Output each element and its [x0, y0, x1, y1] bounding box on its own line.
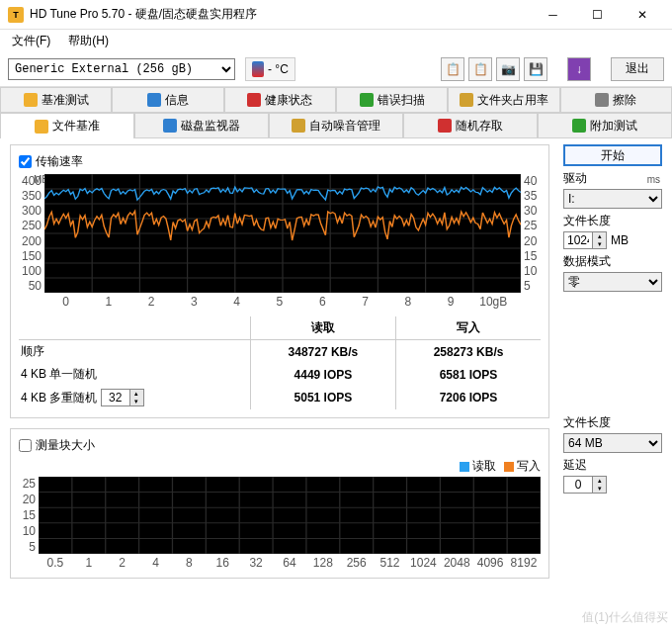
- file-length-spinner[interactable]: ▴▾: [563, 231, 607, 249]
- close-button[interactable]: ✕: [620, 1, 664, 29]
- delay-spinner[interactable]: ▴▾: [563, 476, 607, 494]
- tab-diskmonitor[interactable]: 磁盘监视器: [134, 113, 269, 138]
- file-icon: [35, 120, 48, 134]
- block-size-label: 测量块大小: [36, 437, 95, 454]
- transfer-rate-chart: 40035030025020015010050 403530252015105: [19, 174, 541, 293]
- transfer-rate-checkbox[interactable]: [19, 155, 32, 168]
- menu-file[interactable]: 文件(F): [8, 31, 54, 51]
- health-icon: [247, 93, 261, 107]
- tab-filebenchmark[interactable]: 文件基准: [0, 113, 134, 138]
- extra-icon: [572, 119, 586, 133]
- block-size-panel: 测量块大小 读取 写入 252015105 0.5124816326412825…: [10, 428, 549, 579]
- tab-benchmark[interactable]: 基准测试: [0, 87, 112, 113]
- spin-up-icon: ▴: [129, 390, 143, 398]
- app-icon: T: [8, 7, 24, 23]
- read-legend-icon: [460, 462, 469, 472]
- copy-text-button[interactable]: 📋: [441, 57, 464, 81]
- write-legend-icon: [504, 462, 514, 472]
- tab-health[interactable]: 健康状态: [224, 87, 336, 113]
- copy-info-button[interactable]: 📋: [468, 57, 492, 81]
- lightbulb-icon: [24, 93, 38, 107]
- drive-select[interactable]: Generic External (256 gB): [8, 58, 235, 80]
- monitor-icon: [163, 119, 177, 133]
- screenshot-button[interactable]: 📷: [496, 57, 520, 81]
- tab-extratests[interactable]: 附加测试: [538, 113, 672, 138]
- block-size-chart: 252015105: [19, 477, 541, 554]
- tab-errorscan[interactable]: 错误扫描: [336, 87, 448, 113]
- file-length-label: 文件长度: [563, 213, 662, 229]
- watermark: 值(1)什么值得买: [582, 609, 668, 626]
- tabs-row-2: 文件基准 磁盘监视器 自动噪音管理 随机存取 附加测试: [0, 113, 672, 138]
- tab-randomaccess[interactable]: 随机存取: [403, 113, 538, 138]
- maximize-button[interactable]: ☐: [575, 1, 620, 29]
- tab-aam[interactable]: 自动噪音管理: [269, 113, 403, 138]
- spin-down-icon: ▾: [129, 398, 143, 405]
- save-button[interactable]: 💾: [524, 57, 547, 81]
- block-size-checkbox[interactable]: [19, 439, 32, 452]
- menu-help[interactable]: 帮助(H): [64, 31, 113, 51]
- transfer-rate-panel: 传输速率 MB/s ms 40035030025020015010050 403…: [10, 144, 549, 418]
- folder-icon: [460, 93, 473, 107]
- tab-folderusage[interactable]: 文件夹占用率: [448, 87, 559, 113]
- speaker-icon: [292, 119, 305, 133]
- data-mode-select[interactable]: 零: [563, 272, 662, 292]
- file-length2-select[interactable]: 64 MB: [563, 433, 662, 453]
- tab-info[interactable]: 信息: [112, 87, 223, 113]
- info-icon: [147, 93, 161, 107]
- start-button[interactable]: 开始: [563, 144, 662, 166]
- search-icon: [360, 93, 374, 107]
- thread-count-spinner[interactable]: ▴▾: [101, 389, 144, 406]
- trash-icon: [595, 93, 609, 107]
- exit-button[interactable]: 退出: [611, 57, 664, 81]
- file-length2-label: 文件长度: [563, 414, 662, 431]
- temperature-display: - °C: [245, 57, 295, 81]
- minimize-button[interactable]: ─: [531, 1, 575, 29]
- window-title: HD Tune Pro 5.70 - 硬盘/固态硬盘实用程序: [30, 6, 531, 23]
- drive-letter-select[interactable]: I:: [563, 189, 662, 209]
- tabs-row-1: 基准测试 信息 健康状态 错误扫描 文件夹占用率 擦除: [0, 87, 672, 113]
- tab-erase[interactable]: 擦除: [560, 87, 672, 113]
- delay-label: 延迟: [563, 457, 662, 474]
- random-icon: [438, 119, 452, 133]
- options-button[interactable]: ↓: [567, 57, 591, 81]
- results-table: 读取写入 顺序348727 KB/s258273 KB/s 4 KB 单一随机4…: [19, 316, 541, 409]
- transfer-rate-label: 传输速率: [36, 153, 83, 170]
- thermometer-icon: [252, 61, 264, 77]
- data-mode-label: 数据模式: [563, 253, 662, 270]
